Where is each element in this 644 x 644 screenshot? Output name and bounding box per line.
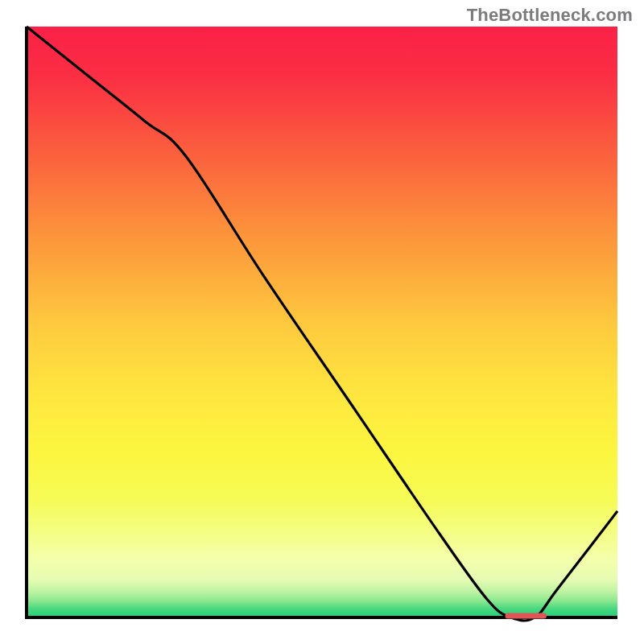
highlight-marker — [506, 613, 547, 619]
plot-background — [27, 27, 617, 617]
watermark-text: TheBottleneck.com — [467, 5, 633, 26]
bottleneck-chart — [0, 0, 644, 644]
